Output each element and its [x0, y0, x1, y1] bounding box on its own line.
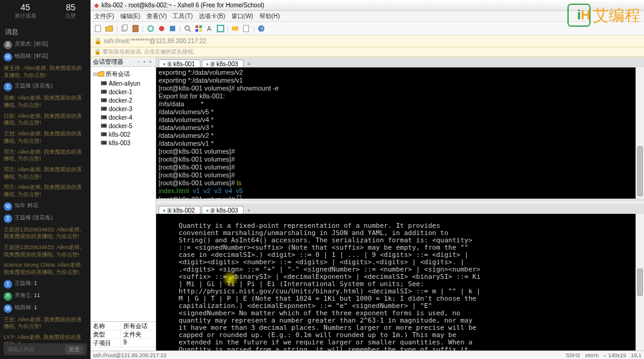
- new-tab-button[interactable]: +: [245, 207, 253, 214]
- session-tree[interactable]: ⊟ 所有会话Allen-aliyundocker-1docker-2docker…: [91, 67, 156, 149]
- chat-item: 齐齐海立: 11: [0, 290, 91, 303]
- svg-point-4: [148, 26, 153, 31]
- status-dot-icon: ●: [206, 61, 209, 67]
- session-icon: [100, 131, 108, 138]
- copy-icon[interactable]: [120, 24, 129, 33]
- stat-viewers: 45 累计观看: [15, 2, 36, 20]
- titlebar: ◆ k8s-002 - root@k8s-002:~ - Xshell 6 (F…: [91, 0, 644, 11]
- app-window: ◆ k8s-002 - root@k8s-002:~ - Xshell 6 (F…: [91, 0, 644, 350]
- send-area[interactable]: 请输入内容 发送: [4, 343, 87, 355]
- session-icon: [100, 114, 108, 121]
- chat-item: 黄玉侠: Allen老师, 我来围观你的直播啦, 为你点赞!: [0, 63, 91, 81]
- tree-node[interactable]: k8s-003: [92, 138, 154, 147]
- tree-node[interactable]: docker-5: [92, 121, 154, 130]
- window-title: k8s-002 - root@k8s-002:~ - Xshell 6 (Fre…: [101, 2, 264, 9]
- new-tab-button[interactable]: +: [245, 61, 253, 67]
- svg-rect-6: [170, 26, 175, 31]
- svg-text:A: A: [207, 24, 211, 32]
- svg-point-20: [102, 83, 103, 84]
- avatar: 王: [4, 214, 12, 223]
- find-icon[interactable]: [183, 24, 192, 33]
- tree-node[interactable]: docker-3: [92, 104, 154, 113]
- menu-item[interactable]: 帮助(H): [259, 12, 280, 21]
- menu-item[interactable]: 编辑(E): [120, 12, 140, 21]
- chat-item: 王王益锋 (送花兔): [0, 213, 91, 225]
- chat-text: 钱雨林: 1: [15, 304, 37, 312]
- svg-rect-0: [95, 25, 101, 32]
- color-icon[interactable]: [194, 24, 203, 33]
- chat-item: 钱钱雨林: 1: [0, 303, 91, 315]
- script-icon[interactable]: [242, 24, 250, 33]
- fullscreen-icon[interactable]: [216, 24, 225, 33]
- status-dot-icon: ●: [206, 208, 209, 213]
- chat-item: 钱钱雨林: [鲜花]: [0, 51, 91, 63]
- stat-num: 45: [15, 2, 36, 12]
- svg-point-22: [102, 91, 103, 92]
- chat-item: 知知年 鲜花: [0, 200, 91, 213]
- status-dot-icon: ●: [163, 61, 166, 67]
- menubar[interactable]: 文件(F)编辑(E)查看(V)工具(T)选项卡(B)窗口(W)帮助(H): [91, 11, 644, 22]
- tree-node[interactable]: docker-1: [92, 87, 154, 96]
- svg-line-8: [188, 29, 191, 32]
- avatar: 钱: [4, 53, 12, 61]
- transfer-icon[interactable]: [231, 24, 239, 33]
- tree-node[interactable]: docker-4: [92, 113, 154, 121]
- chat-item: 吴吴荣杰: [鲜花]: [0, 39, 91, 51]
- properties-icon[interactable]: [168, 24, 177, 33]
- avatar: 王: [4, 280, 12, 289]
- open-icon[interactable]: [105, 24, 114, 33]
- svg-rect-15: [232, 26, 239, 30]
- scrollbar[interactable]: [635, 214, 644, 350]
- tree-node[interactable]: docker-2: [92, 96, 154, 104]
- tree-node[interactable]: Allen-aliyun: [92, 79, 154, 87]
- chat-text: 吴荣杰: [鲜花]: [15, 41, 48, 48]
- terminal-tab[interactable]: ●2k8s-003: [202, 206, 244, 214]
- menu-item[interactable]: 窗口(W): [231, 12, 253, 21]
- svg-rect-16: [244, 25, 249, 32]
- menu-item[interactable]: 文件(F): [94, 12, 114, 21]
- session-icon: [100, 139, 108, 146]
- terminal-pane-top[interactable]: ●1k8s-001●2k8s-003+ exporting *:/data/vo…: [156, 57, 644, 201]
- terminal-tab[interactable]: ●1k8s-002: [159, 206, 200, 214]
- watermark: iH 艾编程: [567, 4, 640, 27]
- session-manager[interactable]: 会话管理器 ▫ ▪ × ⊟ 所有会话Allen-aliyundocker-1do…: [91, 57, 156, 350]
- terminal-tab[interactable]: ●1k8s-001: [159, 60, 200, 67]
- chat-text: 日新: Allen老师, 我来围观你的直播啦, 为你点赞!: [4, 113, 87, 127]
- chat-item: 策略: Allen老师, 我来围观你的直播啦, 为你点赞!: [0, 93, 91, 111]
- svg-rect-11: [195, 29, 197, 31]
- menu-item[interactable]: 工具(T): [173, 12, 193, 21]
- scrollbar[interactable]: [635, 67, 644, 199]
- chat-item: 邓方: Allen老师, 我来围观你的直播啦, 为你点赞!: [0, 165, 91, 182]
- tree-node[interactable]: k8s-002: [92, 130, 154, 138]
- chat-text: 黄玉侠: Allen老师, 我来围观你的直播啦, 为你点赞!: [4, 65, 87, 79]
- address-bar[interactable]: 🔒 ssh://root:********@121.89.200.217:22: [91, 35, 644, 47]
- send-button[interactable]: 发送: [65, 345, 83, 354]
- tree-root[interactable]: ⊟ 所有会话: [92, 69, 154, 79]
- disconnect-icon[interactable]: [157, 24, 166, 33]
- paste-icon[interactable]: [131, 24, 140, 33]
- chat-text: 王益锋: 1: [15, 280, 37, 287]
- font-icon[interactable]: A: [205, 24, 214, 33]
- svg-rect-29: [101, 124, 107, 128]
- menu-item[interactable]: 查看(V): [146, 12, 166, 21]
- new-icon[interactable]: [94, 24, 103, 33]
- help-icon[interactable]: ?: [257, 24, 265, 33]
- stream-sidebar: 45 累计观看 85 点赞 消息 吴吴荣杰: [鲜花]钱钱雨林: [鲜花]黄玉侠…: [0, 0, 91, 359]
- menu-item[interactable]: 选项卡(B): [199, 12, 225, 21]
- terminal-tabs[interactable]: ●1k8s-002●2k8s-003+: [156, 203, 644, 214]
- terminal-pane-bottom[interactable]: ●1k8s-002●2k8s-003+ Quantity is a fixed-…: [156, 203, 644, 350]
- lock-icon: 🔒: [94, 38, 101, 44]
- stat-num: 85: [65, 2, 76, 12]
- terminal-body[interactable]: Quantity is a fixed-point representation…: [156, 214, 644, 350]
- toolbar[interactable]: | | | A | | ?: [91, 22, 644, 35]
- panel-controls[interactable]: ▫ ▪ ×: [138, 59, 153, 64]
- stat-label: 累计观看: [15, 12, 36, 20]
- terminal-tab[interactable]: ●2k8s-003: [202, 60, 244, 67]
- svg-rect-14: [217, 25, 224, 32]
- svg-rect-31: [101, 132, 107, 136]
- terminal-body[interactable]: exporting *:/data/volumes/v2 exporting *…: [156, 67, 644, 199]
- reconnect-icon[interactable]: [146, 24, 155, 33]
- terminal-tabs[interactable]: ●1k8s-001●2k8s-003+: [156, 57, 644, 67]
- chat-list[interactable]: 吴吴荣杰: [鲜花]钱钱雨林: [鲜花]黄玉侠: Allen老师, 我来围观你的…: [0, 39, 91, 350]
- chat-item: 王想: Allen老师, 我来围观你的直播啦, 为你点赞!: [0, 129, 91, 146]
